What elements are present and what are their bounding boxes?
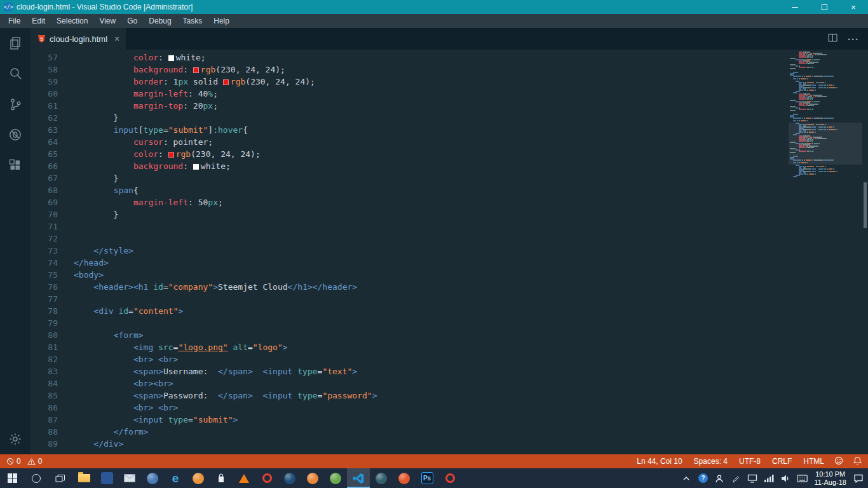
line-number: 86	[31, 402, 58, 414]
taskbar-app-firefox-red[interactable]	[393, 468, 416, 488]
warning-count: 0	[38, 457, 43, 466]
taskbar-app-opera[interactable]	[255, 468, 278, 488]
line-number: 65	[31, 148, 58, 160]
taskbar-app-vlc[interactable]	[233, 468, 255, 488]
taskbar-clock[interactable]: 10:10 PM 11-Aug-18	[810, 470, 850, 487]
status-encoding[interactable]: UTF-8	[739, 457, 761, 466]
code-token: [	[139, 125, 144, 135]
code-line: </head>	[74, 257, 868, 269]
title-bar: </> cloud-login.html - Visual Studio Cod…	[0, 0, 868, 14]
menu-tasks[interactable]: Tasks	[177, 14, 208, 28]
cortana-button[interactable]	[24, 468, 48, 488]
line-number: 63	[31, 124, 58, 136]
more-actions-icon[interactable]: ···	[848, 34, 859, 44]
explorer-icon[interactable]	[0, 28, 31, 58]
minimap-slider[interactable]	[789, 123, 862, 165]
taskbar-app-mail[interactable]	[118, 468, 141, 488]
status-indentation[interactable]: Spaces: 4	[694, 457, 728, 466]
taskbar-app-app-orange[interactable]	[187, 468, 210, 488]
taskbar-app-store[interactable]	[210, 468, 233, 488]
code-token: px	[178, 77, 188, 86]
taskbar-app-opera-2[interactable]	[438, 468, 461, 488]
tab-close-icon[interactable]: ×	[114, 34, 119, 44]
code-editor[interactable]: 5758596061626364656667686970717273747576…	[31, 50, 868, 454]
taskbar-app-browser-green[interactable]	[324, 468, 347, 488]
tray-chevron-up-icon[interactable]	[678, 468, 695, 488]
code-token: "submit"	[168, 125, 208, 135]
menu-debug[interactable]: Debug	[143, 14, 177, 28]
minimap-line	[790, 176, 861, 177]
menu-help[interactable]: Help	[208, 14, 235, 28]
color-swatch	[168, 152, 174, 158]
editor-scrollbar-thumb[interactable]	[864, 182, 867, 228]
code-token	[74, 367, 133, 376]
taskbar-app-browser-globe[interactable]	[141, 468, 164, 488]
taskbar-app-edge[interactable]: e	[164, 468, 187, 488]
code-token: margin-top	[133, 101, 183, 111]
feedback-smiley-icon[interactable]	[834, 456, 843, 467]
status-language-mode[interactable]: HTML	[803, 457, 824, 466]
code-token	[74, 53, 133, 62]
taskbar-app-browser-dark[interactable]	[278, 468, 301, 488]
tray-pen-icon[interactable]	[728, 468, 744, 488]
app-orange-icon	[193, 473, 204, 484]
close-icon: ×	[851, 3, 856, 12]
split-editor-icon[interactable]	[828, 33, 837, 44]
status-eol[interactable]: CRLF	[772, 457, 792, 466]
taskbar-app-firefox[interactable]	[301, 468, 324, 488]
task-view-button[interactable]	[48, 468, 72, 488]
code-token: >	[352, 367, 357, 376]
taskbar-app-photoshop[interactable]: Ps	[416, 468, 438, 488]
tab-cloud-login[interactable]: 5 cloud-login.html ×	[31, 28, 126, 50]
taskbar-app-file-explorer[interactable]	[72, 468, 95, 488]
status-warnings[interactable]: 0	[27, 457, 43, 466]
line-number: 58	[31, 64, 58, 76]
status-errors[interactable]: 0	[6, 457, 21, 466]
close-button[interactable]: ×	[839, 0, 868, 14]
line-number: 84	[31, 377, 58, 390]
search-icon[interactable]	[0, 58, 31, 89]
tray-network-icon[interactable]	[761, 468, 777, 488]
minimap[interactable]	[790, 51, 861, 177]
notifications-bell-icon[interactable]	[853, 456, 862, 467]
taskbar-app-app-blue[interactable]	[95, 468, 118, 488]
tray-help-icon[interactable]: ?	[695, 468, 711, 488]
vscode-icon	[352, 472, 365, 485]
line-number: 70	[31, 208, 58, 220]
tray-volume-icon[interactable]	[777, 468, 794, 488]
code-token	[74, 439, 93, 449]
line-number: 76	[31, 281, 58, 293]
maximize-button[interactable]	[810, 0, 839, 14]
code-token: <span>	[133, 391, 163, 400]
menu-file[interactable]: File	[3, 14, 26, 28]
code-line: cursor: pointer;	[74, 136, 868, 148]
tray-people-icon[interactable]	[711, 468, 728, 488]
debug-icon[interactable]	[0, 119, 31, 150]
status-cursor-position[interactable]: Ln 44, Col 10	[637, 457, 682, 466]
taskbar-app-vscode[interactable]	[347, 468, 370, 488]
code-token: ;	[218, 198, 223, 207]
code-token	[74, 137, 133, 147]
code-line: }	[74, 172, 868, 184]
menu-go[interactable]: Go	[121, 14, 143, 28]
line-number: 57	[31, 51, 58, 64]
source-control-icon[interactable]	[0, 89, 31, 119]
action-center-icon[interactable]	[850, 468, 867, 488]
code-token: </div>	[93, 439, 123, 449]
start-button[interactable]	[0, 468, 24, 488]
minimize-button[interactable]	[780, 0, 810, 14]
code-line: </style>	[74, 245, 868, 257]
code-line: }	[74, 208, 868, 220]
code-token: >	[233, 415, 238, 424]
menu-selection[interactable]: Selection	[51, 14, 93, 28]
extensions-icon[interactable]	[0, 150, 31, 180]
menu-edit[interactable]: Edit	[26, 14, 51, 28]
settings-gear-icon[interactable]	[0, 424, 31, 454]
code-line: <img src="logo.png" alt="logo">	[74, 341, 868, 353]
code-token: :hover	[213, 125, 243, 135]
tray-keyboard-icon[interactable]	[794, 468, 810, 488]
menu-view[interactable]: View	[93, 14, 121, 28]
code-token: solid	[188, 77, 223, 86]
tray-display-icon[interactable]	[744, 468, 761, 488]
taskbar-app-app-dark-circle[interactable]	[370, 468, 393, 488]
